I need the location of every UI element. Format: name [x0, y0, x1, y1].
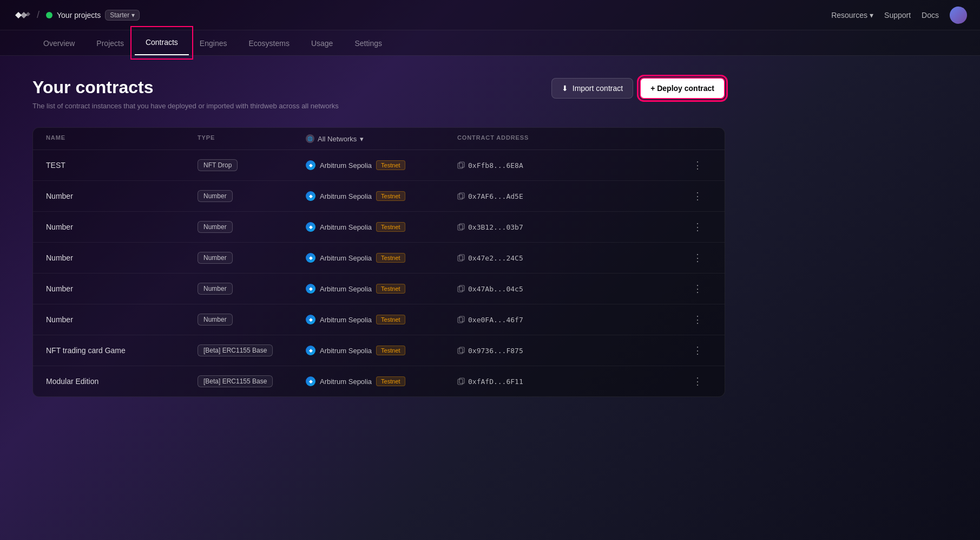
network-icon: ◆ — [306, 222, 315, 232]
contract-type: Number — [198, 314, 306, 326]
svg-rect-7 — [459, 255, 464, 260]
sub-navigation: Overview Projects Contracts Engines Ecos… — [0, 30, 980, 56]
table-row[interactable]: Number Number ◆ Arbitrum Sepolia Testnet… — [33, 304, 725, 335]
row-more-menu[interactable]: ⋮ — [690, 281, 705, 296]
col-address: CONTRACT ADDRESS — [457, 134, 690, 143]
copy-icon[interactable] — [457, 347, 465, 354]
contracts-table: NAME TYPE 🌐 All Networks ▾ CONTRACT ADDR… — [32, 127, 725, 397]
user-avatar[interactable] — [950, 6, 967, 24]
nav-separator: / — [37, 9, 40, 21]
row-more-menu[interactable]: ⋮ — [690, 250, 705, 265]
network-icon: ◆ — [306, 191, 315, 201]
network-icon: ◆ — [306, 346, 315, 355]
contract-address: 0x9736...F875 — [457, 347, 690, 355]
svg-rect-11 — [459, 316, 464, 322]
copy-icon[interactable] — [457, 223, 465, 231]
support-link[interactable]: Support — [884, 11, 911, 19]
project-selector[interactable]: Your projects — [46, 11, 101, 19]
tab-usage[interactable]: Usage — [300, 31, 344, 55]
tab-projects[interactable]: Projects — [85, 31, 135, 55]
contract-name: TEST — [46, 161, 198, 170]
contract-network: ◆ Arbitrum Sepolia Testnet — [306, 191, 457, 201]
copy-icon[interactable] — [457, 254, 465, 262]
contract-name: Number — [46, 284, 198, 293]
network-icon: ◆ — [306, 284, 315, 294]
nav-right: Resources ▾ Support Docs — [831, 6, 967, 24]
contract-type: NFT Drop — [198, 159, 306, 171]
col-network-filter[interactable]: 🌐 All Networks ▾ — [306, 134, 457, 143]
tab-contracts[interactable]: Contracts — [135, 30, 189, 55]
project-name-label: Your projects — [57, 11, 101, 19]
tab-ecosystems[interactable]: Ecosystems — [238, 31, 300, 55]
chevron-down-icon: ▾ — [360, 135, 364, 143]
import-icon: ⬇ — [562, 84, 568, 93]
import-contract-button[interactable]: ⬇ Import contract — [551, 78, 633, 99]
contract-type: Number — [198, 252, 306, 264]
page-title: Your contracts — [32, 77, 339, 97]
contract-address: 0xfAfD...6F11 — [457, 378, 690, 386]
network-icon: ◆ — [306, 315, 315, 324]
col-type: TYPE — [198, 134, 306, 143]
row-more-menu[interactable]: ⋮ — [690, 343, 705, 358]
contract-type: [Beta] ERC1155 Base — [198, 344, 306, 356]
copy-icon[interactable] — [457, 378, 465, 385]
table-row[interactable]: NFT trading card Game [Beta] ERC1155 Bas… — [33, 335, 725, 366]
svg-rect-5 — [459, 224, 464, 229]
svg-rect-1 — [459, 162, 464, 167]
project-status-dot — [46, 12, 52, 18]
deploy-contract-button[interactable]: + Deploy contract — [640, 77, 725, 99]
table-row[interactable]: Number Number ◆ Arbitrum Sepolia Testnet… — [33, 274, 725, 304]
contract-name: Modular Edition — [46, 377, 198, 386]
contract-network: ◆ Arbitrum Sepolia Testnet — [306, 284, 457, 294]
resources-link[interactable]: Resources ▾ — [831, 11, 873, 19]
tab-settings[interactable]: Settings — [344, 31, 393, 55]
table-row[interactable]: Number Number ◆ Arbitrum Sepolia Testnet… — [33, 181, 725, 212]
row-more-menu[interactable]: ⋮ — [690, 188, 705, 204]
network-icon: ◆ — [306, 376, 315, 386]
copy-icon[interactable] — [457, 285, 465, 292]
table-row[interactable]: Number Number ◆ Arbitrum Sepolia Testnet… — [33, 243, 725, 274]
network-icon: ◆ — [306, 253, 315, 263]
contract-network: ◆ Arbitrum Sepolia Testnet — [306, 376, 457, 386]
table-header: NAME TYPE 🌐 All Networks ▾ CONTRACT ADDR… — [33, 128, 725, 150]
contract-network: ◆ Arbitrum Sepolia Testnet — [306, 160, 457, 170]
svg-rect-9 — [459, 285, 464, 291]
page-subtitle: The list of contract instances that you … — [32, 102, 339, 110]
contract-address: 0x7AF6...Ad5E — [457, 192, 690, 200]
table-row[interactable]: TEST NFT Drop ◆ Arbitrum Sepolia Testnet… — [33, 150, 725, 181]
contract-name: NFT trading card Game — [46, 346, 198, 355]
contract-type: Number — [198, 221, 306, 233]
col-actions — [690, 134, 712, 143]
copy-icon[interactable] — [457, 316, 465, 323]
contract-name: Number — [46, 253, 198, 262]
project-tier-badge[interactable]: Starter ▾ — [105, 10, 140, 21]
network-icon: ◆ — [306, 160, 315, 170]
contract-address: 0xFfb8...6E8A — [457, 161, 690, 170]
docs-link[interactable]: Docs — [922, 11, 939, 19]
contract-address: 0x3B12...03b7 — [457, 223, 690, 231]
svg-rect-13 — [459, 347, 464, 353]
network-filter-icon: 🌐 — [306, 134, 314, 143]
row-more-menu[interactable]: ⋮ — [690, 312, 705, 327]
logo[interactable] — [13, 10, 30, 21]
contract-name: Number — [46, 223, 198, 231]
contract-network: ◆ Arbitrum Sepolia Testnet — [306, 346, 457, 355]
svg-rect-15 — [459, 378, 464, 383]
copy-icon[interactable] — [457, 192, 465, 200]
contract-address: 0x47e2...24C5 — [457, 254, 690, 262]
copy-icon[interactable] — [457, 161, 465, 169]
table-row[interactable]: Modular Edition [Beta] ERC1155 Base ◆ Ar… — [33, 366, 725, 396]
table-row[interactable]: Number Number ◆ Arbitrum Sepolia Testnet… — [33, 212, 725, 243]
tab-engines[interactable]: Engines — [189, 31, 238, 55]
contract-network: ◆ Arbitrum Sepolia Testnet — [306, 253, 457, 263]
row-more-menu[interactable]: ⋮ — [690, 219, 705, 235]
col-name: NAME — [46, 134, 198, 143]
nav-left: / Your projects Starter ▾ — [13, 9, 140, 21]
tab-overview[interactable]: Overview — [32, 31, 85, 55]
row-more-menu[interactable]: ⋮ — [690, 374, 705, 389]
contract-name: Number — [46, 315, 198, 324]
top-navigation: / Your projects Starter ▾ Resources ▾ Su… — [0, 0, 980, 30]
row-more-menu[interactable]: ⋮ — [690, 158, 705, 173]
contract-network: ◆ Arbitrum Sepolia Testnet — [306, 222, 457, 232]
main-content: Your contracts The list of contract inst… — [0, 56, 758, 419]
